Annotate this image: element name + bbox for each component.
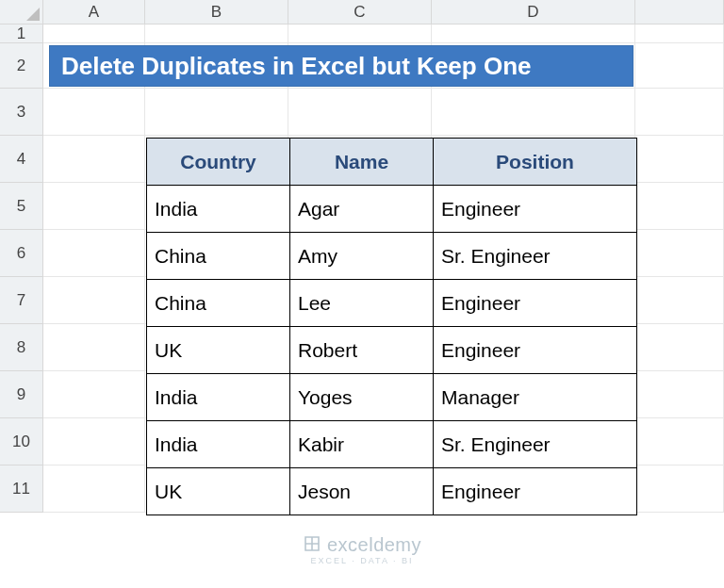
cell-name[interactable]: Yoges [290,374,434,421]
table-row[interactable]: IndiaKabirSr. Engineer [147,421,637,468]
cell-name[interactable]: Kabir [290,421,434,468]
cell[interactable] [635,466,724,513]
row-header-7[interactable]: 7 [0,277,43,324]
cell[interactable] [635,136,724,183]
cell-name[interactable]: Jeson [290,468,434,515]
cell[interactable] [145,89,288,136]
cell-country[interactable]: India [147,374,290,421]
cell-position[interactable]: Sr. Engineer [434,233,637,280]
row-header-5[interactable]: 5 [0,183,43,230]
cell[interactable] [43,418,145,466]
cell-position[interactable]: Engineer [434,327,637,374]
page-title: Delete Duplicates in Excel but Keep One [49,45,634,87]
table-row[interactable]: IndiaYogesManager [147,374,637,421]
cell[interactable] [43,230,145,277]
cell-position[interactable]: Manager [434,374,637,421]
cell[interactable] [43,89,145,136]
cell-country[interactable]: India [147,186,290,233]
cell-position[interactable]: Engineer [434,186,637,233]
data-table: Country Name Position IndiaAgarEngineerC… [146,138,637,515]
col-header-name[interactable]: Name [290,139,434,186]
watermark-brand: exceldemy [327,534,421,555]
cell-country[interactable]: India [147,421,290,468]
cell-position[interactable]: Engineer [434,280,637,327]
cell-country[interactable]: UK [147,327,290,374]
cell[interactable] [43,466,145,513]
logo-icon [303,534,321,558]
cell-country[interactable]: UK [147,468,290,515]
cell-name[interactable]: Agar [290,186,434,233]
cell-country[interactable]: China [147,280,290,327]
cell[interactable] [43,277,145,324]
cell[interactable] [43,136,145,183]
cell-name[interactable]: Lee [290,280,434,327]
cell[interactable] [432,89,635,136]
table-row[interactable]: UKRobertEngineer [147,327,637,374]
cell-country[interactable]: China [147,233,290,280]
cell[interactable] [43,183,145,230]
col-header-A[interactable]: A [43,0,145,24]
table-row[interactable]: ChinaAmySr. Engineer [147,233,637,280]
table-header-row: Country Name Position [147,139,637,186]
cell-name[interactable]: Robert [290,327,434,374]
cell[interactable] [288,89,432,136]
cell-name[interactable]: Amy [290,233,434,280]
cell[interactable] [288,24,432,43]
row-header-4[interactable]: 4 [0,136,43,183]
row-header-9[interactable]: 9 [0,371,43,418]
cell[interactable] [43,324,145,371]
row-header-2[interactable]: 2 [0,43,43,89]
col-header-D[interactable]: D [432,0,635,24]
cell[interactable] [635,277,724,324]
col-header-position[interactable]: Position [434,139,637,186]
cell[interactable] [432,24,635,43]
col-header-B[interactable]: B [145,0,288,24]
cell[interactable] [635,324,724,371]
cell[interactable] [43,24,145,43]
row-header-11[interactable]: 11 [0,466,43,513]
row-header-1[interactable]: 1 [0,24,43,43]
cell[interactable] [635,230,724,277]
cell[interactable] [635,183,724,230]
cell[interactable] [635,24,724,43]
cell[interactable] [43,371,145,418]
col-header-country[interactable]: Country [147,139,290,186]
col-header-E[interactable] [635,0,724,24]
cell-position[interactable]: Engineer [434,468,637,515]
row-header-8[interactable]: 8 [0,324,43,371]
cell[interactable] [635,371,724,418]
cell-position[interactable]: Sr. Engineer [434,421,637,468]
cell[interactable] [635,89,724,136]
col-header-C[interactable]: C [288,0,432,24]
row-header-3[interactable]: 3 [0,89,43,136]
table-row[interactable]: UKJesonEngineer [147,468,637,515]
cell[interactable] [635,43,724,89]
row-header-6[interactable]: 6 [0,230,43,277]
cell[interactable] [635,418,724,466]
watermark-tagline: EXCEL · DATA · BI [0,556,724,565]
watermark: exceldemy EXCEL · DATA · BI [0,534,724,565]
cell[interactable] [145,24,288,43]
table-row[interactable]: IndiaAgarEngineer [147,186,637,233]
row-header-10[interactable]: 10 [0,418,43,466]
table-row[interactable]: ChinaLeeEngineer [147,280,637,327]
select-all-corner[interactable] [0,0,43,24]
